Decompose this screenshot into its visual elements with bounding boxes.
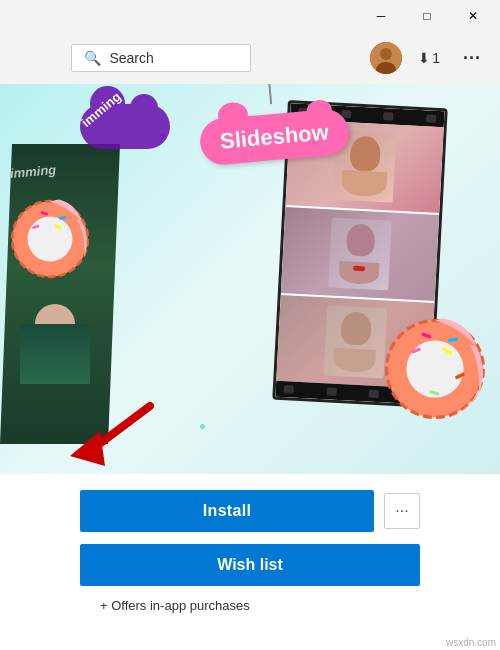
svg-point-1 [380, 48, 392, 60]
user-avatar[interactable] [370, 42, 402, 74]
nav-actions: ⬇ 1 ··· [370, 42, 488, 74]
donut-left [5, 194, 95, 284]
film-hole [426, 114, 436, 123]
red-arrow [60, 396, 180, 480]
film-photo-2 [281, 207, 439, 301]
search-label: Search [109, 50, 153, 66]
install-row: Install ··· [80, 490, 420, 532]
search-icon: 🔍 [84, 50, 101, 66]
minimize-button[interactable]: ─ [358, 0, 404, 32]
title-bar: ─ □ ✕ [0, 0, 500, 32]
svg-point-12 [406, 340, 463, 397]
film-hole [383, 112, 393, 121]
maximize-button[interactable]: □ [404, 0, 450, 32]
action-area: Install ··· Wish list + Offers in-app pu… [0, 474, 500, 650]
film-hole [369, 390, 379, 399]
more-options-button[interactable]: ··· [384, 493, 420, 529]
search-bar[interactable]: 🔍 Search [71, 44, 251, 72]
download-icon: ⬇ [418, 50, 430, 66]
offers-text: + Offers in-app purchases [100, 598, 250, 613]
watermark: wsxdn.com [446, 637, 496, 648]
donut-right [380, 314, 490, 424]
svg-marker-20 [70, 431, 105, 466]
more-options-button[interactable]: ··· [456, 42, 488, 74]
install-button[interactable]: Install [80, 490, 374, 532]
download-button[interactable]: ⬇ 1 [410, 46, 448, 70]
wishlist-button[interactable]: Wish list [80, 544, 420, 586]
svg-point-5 [28, 217, 73, 262]
film-hole [326, 387, 336, 396]
film-hole [284, 385, 294, 394]
sparkle-dot [200, 424, 205, 429]
close-button[interactable]: ✕ [450, 0, 496, 32]
nav-bar: 🔍 Search ⬇ 1 ··· [0, 32, 500, 84]
download-count: 1 [432, 50, 440, 66]
